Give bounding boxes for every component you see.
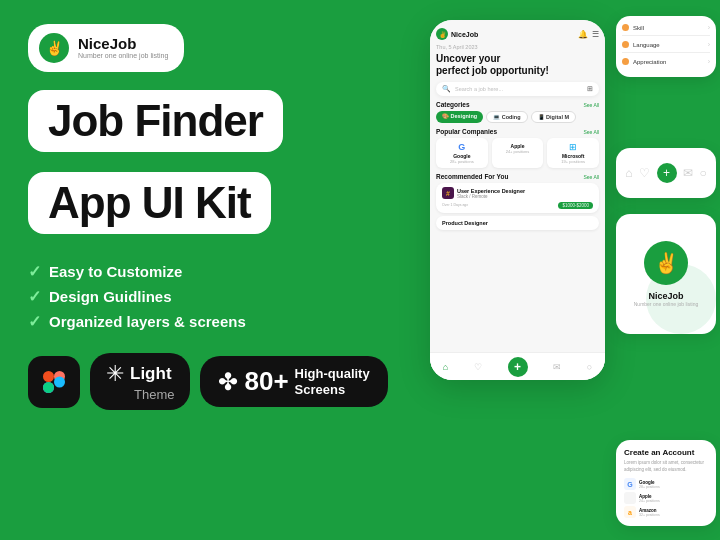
brand-name: NiceJob — [78, 36, 168, 53]
nav-chat-icon[interactable]: ✉ — [553, 362, 561, 372]
heading-box-1: Job Finder — [28, 90, 283, 152]
nav-search-icon[interactable]: ♡ — [474, 362, 482, 372]
phone-search-placeholder: Search a job here... — [455, 86, 583, 92]
google-jobs: 28+ positions — [440, 159, 484, 164]
phone-logo-row: ✌ NiceJob — [436, 28, 478, 40]
left-section: ✌ NiceJob Number one online job listing … — [0, 0, 420, 540]
categories-see-all: See All — [583, 102, 599, 108]
feature-text-2: Design Guidlines — [49, 288, 172, 305]
brand-tagline: Number one online job listing — [78, 52, 168, 60]
screens-text: High-quality Screens — [295, 366, 370, 397]
heading-box-2: App UI Kit — [28, 172, 271, 234]
create-company-1: G Google 28+ positions — [624, 478, 708, 490]
light-theme-inner: ✳ Light — [106, 361, 172, 387]
skill-row-3: Appreciation › — [622, 58, 710, 69]
categories-label: Categories — [436, 101, 470, 108]
create-company-2: Apple 24+ positions — [624, 492, 708, 504]
screens-badge: ✤ 80+ High-quality Screens — [200, 356, 387, 407]
check-icon-3: ✓ — [28, 312, 41, 331]
microsoft-jobs: 19+ positions — [551, 159, 595, 164]
skill-row-1: Skill › — [622, 24, 710, 36]
screens-expand-icon: ✤ — [218, 368, 238, 396]
google-logo: G — [440, 142, 484, 152]
skill-name-1: Skill — [633, 25, 644, 31]
recommended-label: Recommended For You — [436, 173, 508, 180]
nav-home-icon[interactable]: ⌂ — [443, 362, 448, 372]
right-section: ✌ NiceJob 🔔 ☰ Thu, 5 April 2023 Uncover … — [410, 0, 720, 540]
phone-categories: 🎨 Designing 💻 Coding 📱 Digital M — [436, 111, 599, 123]
figma-badge — [28, 356, 80, 408]
light-theme-badge: ✳ Light Theme — [90, 353, 190, 410]
logo-panel: ✌ NiceJob Number one online job listing — [616, 214, 716, 334]
skill-name-2: Language — [633, 42, 660, 48]
panel-home-icon: ⌂ — [625, 166, 632, 180]
skills-panel: Skill › Language › Appreciation › — [616, 16, 716, 77]
cat-digital[interactable]: 📱 Digital M — [531, 111, 576, 123]
phone-headline: Uncover your perfect job opportunity! — [436, 53, 599, 77]
phone-menu-icon: ☰ — [592, 30, 599, 39]
skill-arrow-2: › — [708, 41, 710, 48]
skill-left-3: Appreciation — [622, 58, 666, 65]
create-account-title: Create an Account — [624, 448, 708, 457]
skill-left-2: Language — [622, 41, 660, 48]
microsoft-logo: ⊞ — [551, 142, 595, 152]
phone-filter-icon: ⊞ — [587, 85, 593, 93]
job-title-2: Product Designer — [442, 220, 593, 226]
phone-companies: G Google 28+ positions Apple 24+ positio… — [436, 138, 599, 168]
companies-label: Popular Companies — [436, 128, 497, 135]
heading-line1: Job Finder — [48, 98, 263, 144]
phone-bell-icon: 🔔 — [578, 30, 588, 39]
job-card-2[interactable]: Product Designer — [436, 216, 599, 230]
phone-header-icons: 🔔 ☰ — [578, 30, 599, 39]
job-card-1[interactable]: # User Experience Designer Slack / Remot… — [436, 183, 599, 213]
logo-panel-tag: Number one online job listing — [634, 301, 698, 307]
logo-panel-icon: ✌ — [644, 241, 688, 285]
phone-headline-line2: perfect job opportunity! — [436, 65, 549, 76]
figma-icon — [39, 367, 69, 397]
phone-search-bar[interactable]: 🔍 Search a job here... ⊞ — [436, 82, 599, 96]
cat-coding[interactable]: 💻 Coding — [486, 111, 527, 123]
skill-dot-1 — [622, 24, 629, 31]
screens-label2: Screens — [295, 382, 370, 398]
create-company-logo-1: G — [624, 478, 636, 490]
company-google[interactable]: G Google 28+ positions — [436, 138, 488, 168]
phone-app-name: NiceJob — [451, 31, 478, 38]
skill-arrow-3: › — [708, 58, 710, 65]
create-company-3: a Amazon 32+ positions — [624, 506, 708, 518]
feature-text-1: Easy to Customize — [49, 263, 182, 280]
nav-fab-button[interactable]: + — [508, 357, 528, 377]
panel-user-icon: ○ — [700, 166, 707, 180]
skill-dot-2 — [622, 41, 629, 48]
skill-left-1: Skill — [622, 24, 644, 31]
check-icon-2: ✓ — [28, 287, 41, 306]
phone-screen: ✌ NiceJob 🔔 ☰ Thu, 5 April 2023 Uncover … — [430, 20, 605, 380]
feature-item-3: ✓ Organized layers & screens — [28, 312, 392, 331]
panel-fab-icon: + — [657, 163, 677, 183]
companies-see-all: See All — [583, 129, 599, 135]
check-icon-1: ✓ — [28, 262, 41, 281]
create-account-companies: G Google 28+ positions Apple 24+ positio… — [624, 478, 708, 518]
svg-text:✌: ✌ — [46, 40, 64, 57]
skill-arrow-1: › — [708, 24, 710, 31]
create-company-detail-2: 24+ positions — [639, 499, 660, 503]
recommended-header: Recommended For You See All — [436, 173, 599, 180]
nav-profile-icon[interactable]: ○ — [587, 362, 592, 372]
create-company-info-2: Apple 24+ positions — [639, 494, 660, 503]
light-theme-sub: Theme — [134, 387, 174, 402]
create-company-detail-1: 28+ positions — [639, 485, 660, 489]
companies-header: Popular Companies See All — [436, 128, 599, 135]
svg-point-5 — [54, 376, 65, 387]
cat-designing[interactable]: 🎨 Designing — [436, 111, 483, 123]
phone-header: ✌ NiceJob 🔔 ☰ — [436, 28, 599, 40]
light-theme-label: Light — [130, 364, 172, 384]
company-apple[interactable]: Apple 24+ positions — [492, 138, 544, 168]
feature-item-2: ✓ Design Guidlines — [28, 287, 392, 306]
create-company-detail-3: 32+ positions — [639, 513, 660, 517]
apple-jobs: 24+ positions — [496, 149, 540, 154]
job-title-1: User Experience Designer — [457, 188, 525, 194]
categories-header: Categories See All — [436, 101, 599, 108]
sun-icon: ✳ — [106, 361, 124, 387]
company-microsoft[interactable]: ⊞ Microsoft 19+ positions — [547, 138, 599, 168]
panel-chat-icon: ✉ — [683, 166, 693, 180]
phone-search-icon: 🔍 — [442, 85, 451, 93]
